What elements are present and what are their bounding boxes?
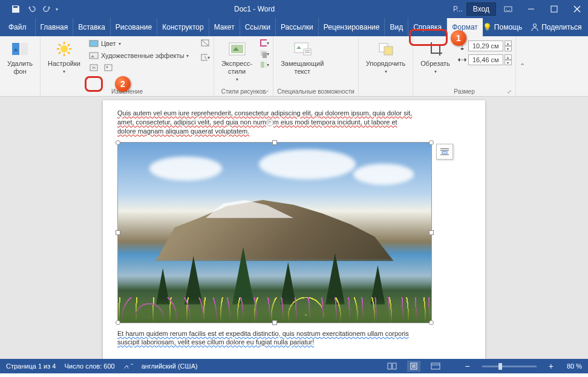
- svg-rect-6: [90, 40, 98, 47]
- spin-up-icon[interactable]: ▴: [505, 54, 512, 60]
- svg-rect-15: [261, 40, 267, 46]
- group-label-size: Размер: [454, 88, 474, 95]
- zoom-slider[interactable]: [482, 366, 537, 367]
- annotation-badge-2: 2: [115, 76, 131, 92]
- paragraph: suscipit laboriosam, velit esse cillum d…: [117, 338, 471, 347]
- tab-draw[interactable]: Рисование: [110, 18, 157, 36]
- svg-rect-1: [551, 6, 557, 12]
- collapse-ribbon-icon[interactable]: ⌃: [516, 62, 529, 70]
- save-icon[interactable]: [8, 2, 23, 16]
- paragraph: Et harum quidem rerum facilis est et exp…: [117, 329, 471, 338]
- redo-icon[interactable]: [40, 2, 54, 16]
- tab-design[interactable]: Конструктор: [157, 18, 208, 36]
- reset-picture-icon[interactable]: ▾: [200, 53, 210, 62]
- alt-text-button[interactable]: Замещающий текст: [277, 38, 327, 77]
- tab-view[interactable]: Вид: [384, 18, 408, 36]
- alt-text-icon: [293, 39, 312, 59]
- effects-icon: [89, 51, 99, 60]
- inserted-image[interactable]: [117, 142, 432, 323]
- resize-handle[interactable]: [272, 140, 277, 145]
- svg-rect-12: [201, 54, 207, 60]
- login-button[interactable]: Вход: [466, 2, 496, 16]
- transparency-icon[interactable]: [200, 38, 210, 48]
- minimize-icon[interactable]: [520, 0, 542, 18]
- remove-background-button[interactable]: Удалить фон: [4, 38, 36, 77]
- artistic-effects-button[interactable]: Художественные эффекты ▾: [88, 50, 197, 61]
- arrange-icon: [376, 39, 396, 59]
- arrange-button[interactable]: Упорядочить▾: [362, 38, 409, 76]
- annotation-box-1: [409, 29, 448, 46]
- tools-label: Р...: [451, 5, 465, 13]
- picture-effects-icon[interactable]: ▾: [260, 49, 269, 59]
- layout-options-button[interactable]: [436, 144, 453, 160]
- resize-handle[interactable]: [116, 140, 120, 145]
- spin-down-icon[interactable]: ▾: [505, 46, 512, 51]
- web-layout-icon[interactable]: [429, 361, 442, 372]
- resize-handle[interactable]: [116, 320, 120, 325]
- read-mode-icon[interactable]: [385, 361, 399, 372]
- svg-rect-7: [90, 53, 98, 59]
- window-title: Doc1 - Word: [58, 5, 451, 13]
- zoom-out-button[interactable]: −: [465, 361, 470, 371]
- resize-handle[interactable]: [272, 320, 277, 325]
- share-button[interactable]: Поделиться: [531, 23, 581, 31]
- word-count[interactable]: Число слов: 600: [64, 362, 114, 370]
- picture-styles-button[interactable]: Экспресс- стили▾: [218, 38, 256, 84]
- resize-handle[interactable]: [116, 230, 120, 235]
- resize-handle[interactable]: [429, 140, 434, 145]
- layout-options-icon: [439, 147, 450, 156]
- annotation-badge-1: 1: [451, 30, 466, 46]
- page-status[interactable]: Страница 1 из 4: [6, 362, 56, 370]
- picture-border-icon[interactable]: ▾: [260, 38, 269, 48]
- height-field[interactable]: 10,29 см ▴▾: [457, 40, 512, 51]
- spin-down-icon[interactable]: ▾: [505, 60, 512, 65]
- zoom-in-button[interactable]: +: [549, 361, 554, 371]
- svg-rect-29: [431, 363, 440, 369]
- change-picture-icon[interactable]: [103, 63, 113, 72]
- svg-rect-27: [393, 363, 396, 369]
- svg-point-5: [60, 45, 68, 53]
- annotation-box-2: [85, 76, 103, 92]
- svg-rect-25: [442, 152, 447, 153]
- group-label-styles: Стили рисунков: [221, 88, 266, 95]
- compress-icon[interactable]: [89, 63, 99, 72]
- undo-icon[interactable]: [24, 2, 39, 16]
- zoom-level[interactable]: 80 %: [567, 362, 582, 370]
- svg-point-10: [106, 66, 108, 68]
- print-layout-icon[interactable]: [407, 361, 420, 372]
- tab-insert[interactable]: Вставка: [73, 18, 110, 36]
- ribbon-options-icon[interactable]: [497, 0, 519, 18]
- svg-rect-26: [388, 363, 391, 369]
- spellcheck-icon[interactable]: [123, 361, 133, 371]
- person-icon: [531, 23, 539, 31]
- dialog-launcher-icon[interactable]: ⤢: [264, 89, 269, 95]
- resize-handle[interactable]: [429, 320, 434, 325]
- tab-mailings[interactable]: Рассылки: [275, 18, 318, 36]
- tab-home[interactable]: Главная: [35, 18, 73, 36]
- corrections-button[interactable]: Настройки▾: [44, 38, 84, 76]
- svg-rect-4: [21, 43, 28, 55]
- dialog-launcher-icon[interactable]: ⤢: [507, 89, 512, 95]
- tab-file[interactable]: Файл: [2, 18, 35, 36]
- document-area[interactable]: Quis autem vel eum iure reprehenderit, c…: [0, 97, 588, 359]
- resize-handle[interactable]: [429, 230, 434, 235]
- svg-point-2: [534, 24, 537, 27]
- width-field[interactable]: 16,46 см ▴▾: [457, 54, 512, 65]
- page: Quis autem vel eum iure reprehenderit, c…: [103, 100, 485, 359]
- title-bar: ▾ Doc1 - Word Р... Вход: [0, 0, 588, 18]
- tab-references[interactable]: Ссылки: [240, 18, 275, 36]
- language-status[interactable]: английский (США): [142, 362, 198, 370]
- color-button[interactable]: Цвет ▾: [88, 38, 197, 49]
- svg-rect-9: [105, 65, 112, 71]
- picture-layout-icon[interactable]: ▾: [260, 60, 269, 69]
- close-icon[interactable]: [566, 0, 588, 18]
- tab-layout[interactable]: Макет: [209, 18, 240, 36]
- spin-up-icon[interactable]: ▴: [505, 40, 512, 46]
- rotate-handle-icon[interactable]: ⟳: [266, 119, 273, 126]
- tab-review[interactable]: Рецензирование: [318, 18, 385, 36]
- tell-me[interactable]: 💡Помощь: [483, 23, 522, 31]
- maximize-icon[interactable]: [543, 0, 565, 18]
- styles-icon: [227, 39, 247, 59]
- lightbulb-icon: 💡: [483, 23, 492, 31]
- menu-bar: Файл Главная Вставка Рисование Конструкт…: [0, 18, 588, 36]
